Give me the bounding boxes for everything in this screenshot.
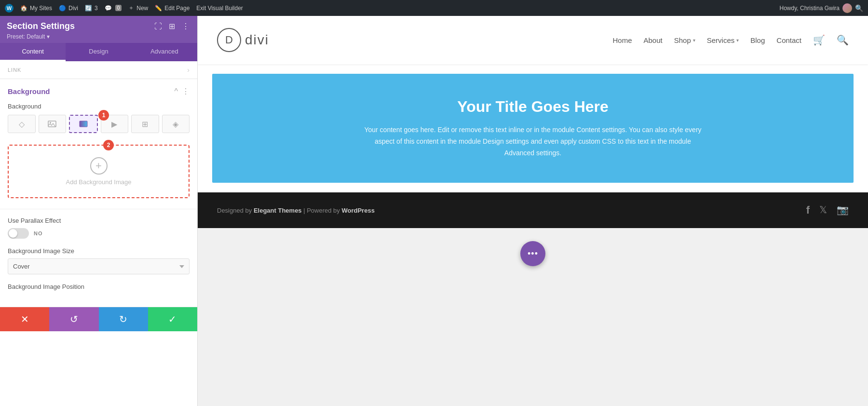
- divi-item[interactable]: 🔵 Divi: [59, 5, 78, 12]
- hero-content: Your content goes here. Edit or remove t…: [364, 124, 702, 159]
- panel-preset[interactable]: Preset: Default ▾: [7, 33, 190, 40]
- bg-size-select[interactable]: Cover Contain Stretch Tile: [8, 258, 190, 274]
- parallax-section: Use Parallax Effect NO Background Image …: [0, 209, 197, 307]
- redo-button[interactable]: ↻: [99, 307, 148, 331]
- bg-type-mask-btn[interactable]: ◈: [162, 115, 190, 133]
- hero-title: Your Title Goes Here: [231, 98, 834, 116]
- panel-icons: ⛶ ⊞ ⋮: [153, 21, 190, 32]
- tab-design[interactable]: Design: [66, 43, 131, 61]
- bottom-bar: ✕ ↺ ↻ ✓: [0, 307, 197, 331]
- nav-shop[interactable]: Shop ▾: [674, 36, 695, 44]
- logo-text: divi: [245, 32, 269, 48]
- new-label: New: [136, 5, 148, 12]
- section-controls: ^ ⋮: [174, 87, 190, 96]
- plus-icon: ＋: [128, 4, 134, 12]
- wordpress-icon[interactable]: W: [5, 4, 14, 13]
- my-sites-item[interactable]: 🏠 My Sites: [20, 5, 52, 12]
- section-collapse-btn[interactable]: ^: [174, 87, 178, 96]
- right-content: D divi Home About Shop ▾: [198, 16, 868, 406]
- bg-type-pattern-btn[interactable]: ⊞: [131, 115, 159, 133]
- tab-advanced[interactable]: Advanced: [132, 43, 197, 61]
- exit-visual-builder-item[interactable]: Exit Visual Builder: [196, 5, 243, 12]
- site-footer: Designed by Elegant Themes | Powered by …: [198, 192, 868, 228]
- footer-text: Designed by Elegant Themes | Powered by …: [217, 207, 375, 214]
- toggle-knob: [9, 229, 17, 238]
- collapsed-chevron-icon: ›: [187, 66, 190, 74]
- cart-icon[interactable]: 🛒: [813, 34, 825, 46]
- collapsed-link-row[interactable]: LINK ›: [0, 61, 197, 79]
- footer-icons: f 𝕏 📷: [806, 204, 849, 217]
- right-panel: D divi Home About Shop ▾: [198, 16, 868, 406]
- nav-services[interactable]: Services ▾: [707, 36, 739, 44]
- footer-wordpress: WordPress: [341, 207, 374, 214]
- tab-content[interactable]: Content: [0, 43, 66, 61]
- tabs-row: Content Design Advanced: [0, 43, 197, 61]
- nav-blog[interactable]: Blog: [750, 36, 765, 44]
- shop-arrow-icon: ▾: [693, 38, 695, 43]
- parallax-field-row: Use Parallax Effect NO: [8, 217, 190, 239]
- my-sites-label: My Sites: [30, 5, 52, 12]
- nav-about[interactable]: About: [643, 36, 662, 44]
- bg-type-gradient-btn[interactable]: [69, 115, 98, 133]
- divi-label: Divi: [68, 5, 78, 12]
- nav-home[interactable]: Home: [612, 36, 632, 44]
- save-button[interactable]: ✓: [148, 307, 197, 331]
- section-header: Background ^ ⋮: [8, 87, 190, 96]
- nav-contact[interactable]: Contact: [776, 36, 801, 44]
- section-menu-btn[interactable]: ⋮: [182, 87, 190, 96]
- add-bg-section-wrapper: + Add Background Image 2: [8, 145, 190, 198]
- add-bg-area[interactable]: + Add Background Image: [8, 145, 190, 198]
- bg-size-label: Background Image Size: [8, 247, 190, 255]
- cycle-icon: 🔄: [85, 5, 92, 12]
- fab-button[interactable]: •••: [520, 241, 545, 266]
- exit-label: Exit Visual Builder: [196, 5, 243, 12]
- add-bg-plus-icon: +: [90, 157, 108, 175]
- background-field-label: Background: [8, 103, 190, 110]
- background-section: Background ^ ⋮ Background ◇ ▶: [0, 79, 197, 209]
- logo-circle: D: [217, 28, 241, 52]
- updates-item[interactable]: 🔄 3: [85, 5, 98, 12]
- undo-button[interactable]: ↺: [49, 307, 98, 331]
- left-panel: Section Settings ⛶ ⊞ ⋮ Preset: Default ▾…: [0, 16, 198, 406]
- site-nav: D divi Home About Shop ▾: [198, 16, 868, 64]
- panel-split-btn[interactable]: ⊞: [168, 21, 176, 32]
- toggle-label: NO: [34, 230, 43, 236]
- hero-section: Your Title Goes Here Your content goes h…: [212, 74, 854, 183]
- divi-logo-icon: 🔵: [59, 5, 66, 12]
- panel-header: Section Settings ⛶ ⊞ ⋮ Preset: Default ▾: [0, 16, 197, 43]
- panel-fullscreen-btn[interactable]: ⛶: [153, 21, 163, 32]
- fab-dots-icon: •••: [528, 249, 538, 259]
- new-item[interactable]: ＋ New: [128, 4, 148, 12]
- avatar-image: [842, 3, 852, 13]
- panel-menu-btn[interactable]: ⋮: [181, 21, 190, 32]
- nav-search-icon[interactable]: 🔍: [837, 34, 849, 46]
- parallax-label: Use Parallax Effect: [8, 217, 190, 224]
- bg-type-wrapper: ◇ ▶ ⊞ ◈ 1: [8, 115, 190, 140]
- twitter-icon[interactable]: 𝕏: [819, 204, 827, 217]
- updates-count: 3: [95, 5, 98, 12]
- bg-type-none-btn[interactable]: ◇: [8, 115, 36, 133]
- avatar[interactable]: [842, 3, 852, 13]
- bg-position-field-row: Background Image Position: [8, 283, 190, 290]
- bg-type-image-btn[interactable]: [39, 115, 67, 133]
- svg-point-1: [50, 122, 51, 123]
- edit-page-item[interactable]: ✏️ Edit Page: [155, 5, 190, 12]
- bg-position-label: Background Image Position: [8, 283, 190, 290]
- toggle-row: NO: [8, 228, 190, 239]
- main-layout: Section Settings ⛶ ⊞ ⋮ Preset: Default ▾…: [0, 16, 868, 406]
- panel-title-row: Section Settings ⛶ ⊞ ⋮: [7, 21, 190, 32]
- cancel-button[interactable]: ✕: [0, 307, 49, 331]
- parallax-toggle[interactable]: [8, 228, 29, 239]
- comments-item[interactable]: 💬 0: [105, 5, 122, 12]
- svg-rect-2: [80, 121, 87, 127]
- facebook-icon[interactable]: f: [806, 204, 810, 217]
- bg-size-field-row: Background Image Size Cover Contain Stre…: [8, 247, 190, 274]
- search-icon[interactable]: 🔍: [855, 4, 863, 12]
- house-icon: 🏠: [20, 5, 27, 12]
- instagram-icon[interactable]: 📷: [837, 204, 849, 217]
- user-greeting: Howdy, Christina Gwira: [780, 5, 840, 12]
- logo-letter: D: [225, 34, 233, 46]
- step2-badge: 2: [103, 140, 114, 150]
- pencil-icon: ✏️: [155, 5, 162, 12]
- edit-page-label: Edit Page: [164, 5, 190, 12]
